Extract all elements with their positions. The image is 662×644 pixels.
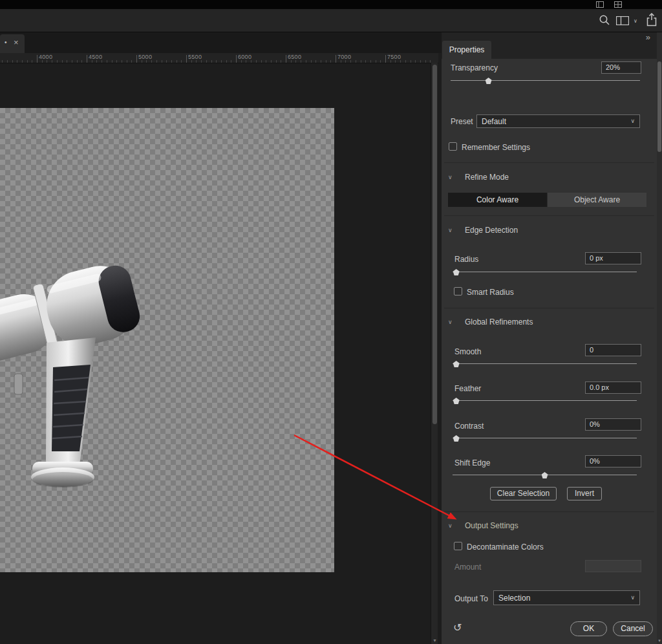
preset-dropdown[interactable]: Default ∨ — [476, 114, 640, 128]
smooth-slider[interactable] — [453, 360, 637, 367]
scroll-down-icon[interactable]: ▾ — [657, 638, 662, 643]
chevron-down-icon: ∨ — [630, 595, 635, 601]
ruler: 40004500500055006000650070007500 — [0, 53, 438, 63]
output-settings-header[interactable]: Output Settings — [465, 521, 518, 530]
grid-view-icon[interactable] — [614, 1, 622, 8]
ok-button[interactable]: OK — [570, 621, 607, 636]
chevron-down-icon[interactable]: ∨ — [448, 318, 453, 326]
properties-panel: Transparency 20% Preset Default ∨ Rememb… — [442, 59, 657, 644]
transparency-value[interactable]: 20% — [601, 61, 641, 74]
arrange-documents-icon[interactable] — [616, 16, 629, 25]
contrast-slider[interactable] — [453, 435, 637, 442]
transparency-label: Transparency — [451, 63, 498, 72]
divider — [444, 308, 654, 308]
radius-slider[interactable] — [453, 268, 637, 275]
chevron-down-icon: ∨ — [630, 118, 635, 124]
slider-thumb[interactable] — [453, 398, 460, 404]
object-aware-button[interactable]: Object Aware — [547, 193, 646, 207]
chevron-down-icon[interactable]: ∨ — [448, 522, 453, 530]
unsaved-indicator: • — [5, 39, 7, 46]
refine-mode-header[interactable]: Refine Mode — [465, 173, 509, 182]
photoshop-window: ∨ • × 40004500500055006000650070007500 — [0, 0, 662, 644]
transparency-slider[interactable] — [451, 77, 640, 84]
scroll-down-icon[interactable]: ▾ — [432, 638, 438, 643]
invert-button[interactable]: Invert — [567, 487, 602, 500]
slider-thumb[interactable] — [453, 435, 460, 442]
document-canvas[interactable] — [0, 108, 334, 572]
tab-close-icon[interactable]: × — [14, 38, 19, 47]
output-to-dropdown[interactable]: Selection ∨ — [493, 590, 640, 605]
feather-slider[interactable] — [453, 397, 637, 404]
product-image — [0, 247, 141, 506]
decontaminate-colors-label: Decontaminate Colors — [467, 542, 544, 552]
tab-properties[interactable]: Properties — [442, 41, 491, 59]
panel-scrollbar[interactable]: ▾ — [657, 32, 662, 644]
smart-radius-checkbox[interactable] — [454, 287, 462, 295]
global-refinements-header[interactable]: Global Refinements — [465, 317, 533, 327]
options-bar: ∨ — [0, 9, 662, 32]
slider-thumb[interactable] — [542, 472, 548, 478]
document-tabstrip: • × — [0, 32, 442, 53]
color-aware-button[interactable]: Color Aware — [448, 193, 547, 207]
smooth-value[interactable]: 0 — [585, 344, 641, 356]
canvas-vertical-scrollbar[interactable]: ▾ — [431, 63, 438, 644]
amount-label: Amount — [454, 563, 481, 572]
output-to-label: Output To — [454, 594, 488, 603]
edge-detection-header[interactable]: Edge Detection — [465, 226, 518, 235]
contrast-label: Contrast — [454, 422, 484, 431]
chevron-down-icon[interactable]: ∨ — [448, 173, 453, 181]
scrollbar-thumb[interactable] — [657, 61, 661, 152]
slider-thumb[interactable] — [486, 78, 492, 84]
remember-settings-label: Remember Settings — [462, 143, 530, 152]
slider-thumb[interactable] — [453, 269, 460, 275]
titlebar — [0, 0, 662, 9]
collapse-panels-icon[interactable]: » — [646, 32, 650, 42]
document-area: • × 40004500500055006000650070007500 — [0, 32, 442, 644]
share-icon[interactable] — [646, 13, 657, 27]
decontaminate-colors-checkbox[interactable] — [454, 542, 462, 550]
columns-view-icon[interactable] — [596, 1, 604, 8]
document-tab[interactable]: • × — [0, 34, 25, 53]
shift-edge-value[interactable]: 0% — [585, 455, 641, 467]
chevron-down-icon[interactable]: ∨ — [448, 226, 453, 234]
shift-edge-label: Shift Edge — [454, 458, 490, 467]
feather-label: Feather — [454, 384, 481, 393]
feather-value[interactable]: 0.0 px — [585, 381, 641, 394]
clear-selection-button[interactable]: Clear Selection — [490, 487, 557, 500]
remember-settings-checkbox[interactable] — [449, 142, 457, 151]
preset-label: Preset — [451, 117, 473, 126]
smart-radius-label: Smart Radius — [467, 288, 514, 297]
preset-value: Default — [482, 117, 506, 126]
amount-value — [585, 560, 641, 572]
scrollbar-thumb[interactable] — [432, 65, 437, 424]
shift-edge-slider[interactable] — [453, 471, 637, 478]
tab-properties-label: Properties — [449, 45, 485, 54]
search-icon[interactable] — [598, 14, 611, 27]
radius-value[interactable]: 0 px — [585, 252, 641, 264]
reset-icon[interactable]: ↺ — [453, 623, 462, 633]
slider-thumb[interactable] — [453, 361, 460, 367]
chevron-down-icon[interactable]: ∨ — [634, 19, 637, 24]
divider — [444, 511, 654, 512]
panel-header: Properties » — [442, 32, 657, 59]
cancel-button[interactable]: Cancel — [613, 621, 653, 636]
output-to-value: Selection — [498, 594, 530, 603]
divider — [444, 215, 654, 216]
divider — [444, 162, 654, 163]
radius-label: Radius — [454, 255, 478, 264]
contrast-value[interactable]: 0% — [585, 418, 641, 431]
smooth-label: Smooth — [454, 347, 481, 356]
